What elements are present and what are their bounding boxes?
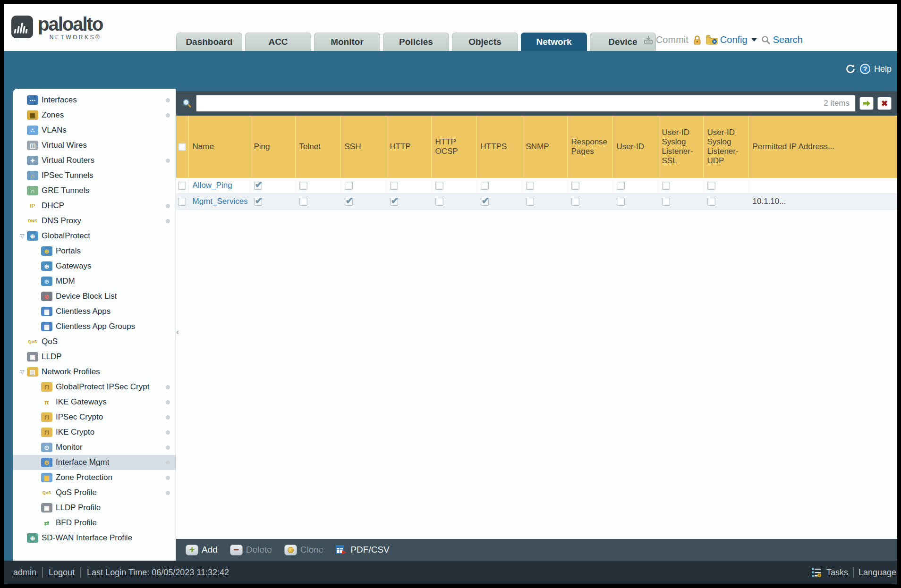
sidebar-item[interactable]: QoS QoS Profile <box>13 485 176 500</box>
sidebar-item[interactable]: ⊓ IPSec Crypto <box>13 410 176 425</box>
column-header[interactable]: HTTP <box>386 116 431 178</box>
service-checkbox[interactable] <box>299 182 307 190</box>
sidebar-item[interactable]: ✦ Virtual Routers <box>13 153 176 168</box>
service-checkbox[interactable] <box>435 182 443 190</box>
sidebar-item[interactable]: ▦ Clientless App Groups <box>13 319 176 334</box>
sidebar-item[interactable]: ⊓ IKE Crypto <box>13 425 176 440</box>
column-header[interactable]: User-ID Syslog Listener-UDP <box>703 116 748 178</box>
service-checkbox[interactable] <box>617 182 625 190</box>
nav-tab-label: Monitor <box>331 37 364 47</box>
commit-button[interactable]: Commit <box>643 34 688 45</box>
column-header-name[interactable]: Name <box>188 116 250 178</box>
nav-tab[interactable]: Objects <box>452 33 518 51</box>
brand-sub: NETWORKS® <box>38 34 102 41</box>
tasks-link[interactable]: Tasks <box>826 568 848 578</box>
service-checkbox[interactable] <box>481 182 489 190</box>
service-checkbox[interactable] <box>571 182 579 190</box>
column-header[interactable]: User-ID <box>612 116 658 178</box>
service-checkbox[interactable] <box>481 198 489 206</box>
help-icon[interactable]: ? <box>860 64 870 74</box>
expander-icon[interactable]: ▽ <box>17 233 27 239</box>
sidebar-item[interactable]: ⊕ MDM <box>13 274 176 289</box>
logout-link[interactable]: Logout <box>49 568 75 578</box>
service-checkbox[interactable] <box>254 198 262 206</box>
column-header[interactable]: SSH <box>340 116 386 178</box>
add-button[interactable]: + Add <box>186 545 218 555</box>
column-header[interactable]: HTTPS <box>476 116 522 178</box>
service-checkbox[interactable] <box>662 198 670 206</box>
sidebar-item[interactable]: ∩ IPSec Tunnels <box>13 168 176 183</box>
language-link[interactable]: Language <box>858 568 896 578</box>
column-header[interactable]: SNMP <box>522 116 567 178</box>
service-checkbox[interactable] <box>345 198 353 206</box>
nav-tab[interactable]: Policies <box>383 33 449 51</box>
service-checkbox[interactable] <box>526 182 534 190</box>
nav-tab[interactable]: Network <box>521 33 587 51</box>
service-checkbox[interactable] <box>617 198 625 206</box>
sidebar-item[interactable]: ▦ Zones <box>13 108 176 123</box>
filter-input[interactable] <box>196 99 824 108</box>
sidebar-item[interactable]: ▣ LLDP <box>13 349 176 364</box>
sidebar-item[interactable]: ⊕ Portals <box>13 244 176 259</box>
delete-button[interactable]: − Delete <box>230 545 272 555</box>
sidebar-item[interactable]: ▣ LLDP Profile <box>13 500 176 515</box>
service-checkbox[interactable] <box>390 182 398 190</box>
sidebar-item-dot <box>166 219 170 223</box>
clone-button[interactable]: Clone <box>284 545 324 555</box>
refresh-icon[interactable] <box>845 63 856 75</box>
sidebar-item[interactable]: DNS DNS Proxy <box>13 213 176 228</box>
column-header[interactable]: HTTP OCSP <box>431 116 476 178</box>
profile-name-link[interactable]: Mgmt_Services <box>193 197 248 206</box>
service-checkbox[interactable] <box>526 198 534 206</box>
sidebar-item[interactable]: QoS QoS <box>13 334 176 349</box>
service-checkbox[interactable] <box>299 198 307 206</box>
sidebar-item[interactable]: ⋯ Interfaces <box>13 92 176 108</box>
row-select-checkbox[interactable] <box>178 182 186 190</box>
nav-tab[interactable]: Dashboard <box>176 33 242 51</box>
sidebar-item[interactable]: ⊙ Monitor <box>13 440 176 455</box>
lock-icon[interactable] <box>693 35 702 45</box>
sidebar-item[interactable]: ∴ VLANs <box>13 123 176 138</box>
service-checkbox[interactable] <box>435 198 443 206</box>
column-header[interactable]: Telnet <box>295 116 340 178</box>
nav-tab[interactable]: Monitor <box>314 33 380 51</box>
service-checkbox[interactable] <box>662 182 670 190</box>
sidebar-item[interactable]: ▽ ⊕ GlobalProtect <box>13 228 176 244</box>
nav-tab[interactable]: ACC <box>245 33 311 51</box>
sidebar-item-label: BFD Profile <box>56 518 97 528</box>
global-search-button[interactable]: Search <box>761 34 803 45</box>
clear-filter-button[interactable]: ✖ <box>877 97 892 110</box>
sidebar-item[interactable]: ∩ GRE Tunnels <box>13 183 176 198</box>
sidebar-item[interactable]: π IKE Gateways <box>13 395 176 410</box>
service-checkbox[interactable] <box>571 198 579 206</box>
column-header-permitted-ip[interactable]: Permitted IP Address... <box>748 116 897 178</box>
service-checkbox[interactable] <box>707 198 715 206</box>
select-all-checkbox[interactable] <box>178 143 186 151</box>
sidebar-item[interactable]: ▽ ▤ Network Profiles <box>13 364 176 379</box>
service-checkbox[interactable] <box>254 182 262 190</box>
sidebar-collapse-handle[interactable]: ‹ <box>176 327 179 337</box>
sidebar-item[interactable]: IP DHCP <box>13 198 176 213</box>
apply-filter-button[interactable] <box>859 97 874 110</box>
service-checkbox[interactable] <box>345 182 353 190</box>
sidebar-item[interactable]: ⊕ Gateways <box>13 259 176 274</box>
config-menu-button[interactable]: Config <box>706 34 757 45</box>
sidebar-item[interactable]: ⚙ Interface Mgmt <box>13 455 176 470</box>
sidebar-item[interactable]: ▦ Clientless Apps <box>13 304 176 319</box>
pdf-csv-button[interactable]: PDF/CSV <box>336 545 389 555</box>
sidebar-item[interactable]: ▦ Zone Protection <box>13 470 176 485</box>
service-checkbox[interactable] <box>707 182 715 190</box>
sidebar-item[interactable]: ⊘ Device Block List <box>13 289 176 304</box>
sidebar-item[interactable]: ⊓ GlobalProtect IPSec Crypto <box>13 379 176 395</box>
sidebar-item[interactable]: ◫ Virtual Wires <box>13 138 176 153</box>
column-header[interactable]: Response Pages <box>567 116 612 178</box>
expander-icon[interactable]: ▽ <box>17 369 27 375</box>
column-header[interactable]: Ping <box>250 116 295 178</box>
service-checkbox[interactable] <box>390 198 398 206</box>
row-select-checkbox[interactable] <box>178 198 186 206</box>
profile-name-link[interactable]: Allow_Ping <box>193 181 232 190</box>
column-header[interactable]: User-ID Syslog Listener-SSL <box>658 116 703 178</box>
sidebar-item[interactable]: ⊕ SD-WAN Interface Profile <box>13 530 176 546</box>
sidebar-item[interactable]: ⇄ BFD Profile <box>13 515 176 530</box>
help-label[interactable]: Help <box>874 64 892 74</box>
